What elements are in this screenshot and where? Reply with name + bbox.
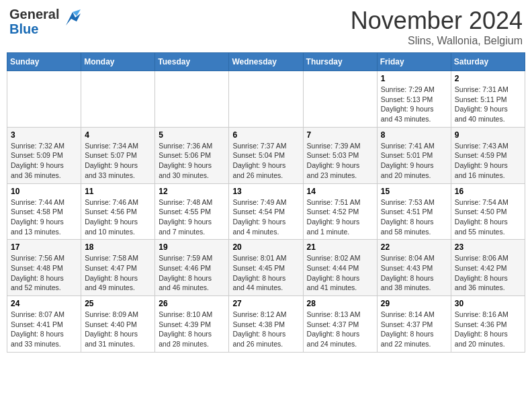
table-row: 30Sunrise: 8:16 AM Sunset: 4:36 PM Dayli… — [451, 296, 525, 353]
day-number: 21 — [307, 242, 373, 252]
col-monday: Monday — [81, 53, 155, 71]
table-row: 21Sunrise: 8:02 AM Sunset: 4:44 PM Dayli… — [303, 240, 377, 296]
day-info: Sunrise: 8:01 AM Sunset: 4:45 PM Dayligh… — [232, 253, 299, 293]
table-row: 9Sunrise: 7:43 AM Sunset: 4:59 PM Daylig… — [451, 127, 525, 183]
day-number: 17 — [11, 242, 77, 252]
logo-bird-icon — [62, 7, 83, 31]
calendar-week-2: 3Sunrise: 7:32 AM Sunset: 5:09 PM Daylig… — [7, 127, 525, 183]
col-friday: Friday — [377, 53, 451, 71]
day-number: 16 — [455, 187, 521, 196]
table-row: 8Sunrise: 7:41 AM Sunset: 5:01 PM Daylig… — [377, 127, 451, 183]
day-info: Sunrise: 8:16 AM Sunset: 4:36 PM Dayligh… — [455, 310, 521, 349]
table-row — [7, 71, 81, 128]
page-header: General Blue November 2024 Slins, Wallon… — [7, 7, 525, 47]
day-number: 28 — [307, 299, 373, 308]
table-row: 22Sunrise: 8:04 AM Sunset: 4:43 PM Dayli… — [377, 240, 451, 296]
table-row — [303, 71, 377, 128]
calendar-table: Sunday Monday Tuesday Wednesday Thursday… — [7, 52, 525, 353]
day-info: Sunrise: 7:54 AM Sunset: 4:50 PM Dayligh… — [455, 197, 521, 237]
month-title: November 2024 — [351, 7, 523, 35]
day-number: 25 — [85, 299, 151, 308]
day-number: 7 — [307, 130, 373, 140]
day-info: Sunrise: 7:46 AM Sunset: 4:56 PM Dayligh… — [85, 197, 151, 237]
day-number: 23 — [455, 242, 521, 252]
day-info: Sunrise: 7:39 AM Sunset: 5:03 PM Dayligh… — [307, 141, 373, 181]
table-row: 28Sunrise: 8:13 AM Sunset: 4:37 PM Dayli… — [303, 296, 377, 353]
table-row: 17Sunrise: 7:56 AM Sunset: 4:48 PM Dayli… — [7, 240, 81, 296]
day-number: 30 — [455, 299, 521, 308]
table-row: 29Sunrise: 8:14 AM Sunset: 4:37 PM Dayli… — [377, 296, 451, 353]
day-number: 27 — [232, 299, 299, 308]
calendar-week-4: 17Sunrise: 7:56 AM Sunset: 4:48 PM Dayli… — [7, 240, 525, 296]
table-row: 3Sunrise: 7:32 AM Sunset: 5:09 PM Daylig… — [7, 127, 81, 183]
day-number: 2 — [455, 74, 521, 83]
table-row: 11Sunrise: 7:46 AM Sunset: 4:56 PM Dayli… — [81, 183, 155, 240]
day-number: 6 — [232, 130, 299, 140]
table-row — [81, 71, 155, 128]
table-row: 10Sunrise: 7:44 AM Sunset: 4:58 PM Dayli… — [7, 183, 81, 240]
day-number: 14 — [307, 187, 373, 196]
table-row: 13Sunrise: 7:49 AM Sunset: 4:54 PM Dayli… — [229, 183, 303, 240]
day-number: 15 — [381, 187, 447, 196]
table-row: 18Sunrise: 7:58 AM Sunset: 4:47 PM Dayli… — [81, 240, 155, 296]
day-number: 10 — [11, 187, 77, 196]
day-number: 4 — [85, 130, 151, 140]
day-number: 20 — [232, 242, 299, 252]
table-row: 25Sunrise: 8:09 AM Sunset: 4:40 PM Dayli… — [81, 296, 155, 353]
table-row: 24Sunrise: 8:07 AM Sunset: 4:41 PM Dayli… — [7, 296, 81, 353]
col-saturday: Saturday — [451, 53, 525, 71]
day-info: Sunrise: 7:53 AM Sunset: 4:51 PM Dayligh… — [381, 197, 447, 237]
day-info: Sunrise: 8:04 AM Sunset: 4:43 PM Dayligh… — [381, 253, 447, 293]
day-number: 18 — [85, 242, 151, 252]
day-info: Sunrise: 7:34 AM Sunset: 5:07 PM Dayligh… — [85, 141, 151, 181]
day-info: Sunrise: 7:58 AM Sunset: 4:47 PM Dayligh… — [85, 253, 151, 293]
col-thursday: Thursday — [303, 53, 377, 71]
day-info: Sunrise: 7:44 AM Sunset: 4:58 PM Dayligh… — [11, 197, 77, 237]
calendar-week-5: 24Sunrise: 8:07 AM Sunset: 4:41 PM Dayli… — [7, 296, 525, 353]
day-number: 13 — [232, 187, 299, 196]
day-info: Sunrise: 8:12 AM Sunset: 4:38 PM Dayligh… — [232, 310, 299, 349]
day-info: Sunrise: 7:59 AM Sunset: 4:46 PM Dayligh… — [159, 253, 225, 293]
day-info: Sunrise: 8:02 AM Sunset: 4:44 PM Dayligh… — [307, 253, 373, 293]
day-number: 24 — [11, 299, 77, 308]
title-section: November 2024 Slins, Wallonia, Belgium — [351, 7, 523, 47]
table-row: 4Sunrise: 7:34 AM Sunset: 5:07 PM Daylig… — [81, 127, 155, 183]
svg-marker-0 — [66, 12, 81, 26]
day-number: 5 — [159, 130, 225, 140]
calendar-week-1: 1Sunrise: 7:29 AM Sunset: 5:13 PM Daylig… — [7, 71, 525, 128]
day-number: 8 — [381, 130, 447, 140]
table-row — [155, 71, 229, 128]
day-number: 9 — [455, 130, 521, 140]
table-row: 2Sunrise: 7:31 AM Sunset: 5:11 PM Daylig… — [451, 71, 525, 128]
day-info: Sunrise: 7:51 AM Sunset: 4:52 PM Dayligh… — [307, 197, 373, 237]
day-number: 22 — [381, 242, 447, 252]
day-info: Sunrise: 7:29 AM Sunset: 5:13 PM Dayligh… — [381, 85, 447, 124]
day-info: Sunrise: 8:13 AM Sunset: 4:37 PM Dayligh… — [307, 310, 373, 349]
calendar-week-3: 10Sunrise: 7:44 AM Sunset: 4:58 PM Dayli… — [7, 183, 525, 240]
day-number: 12 — [159, 187, 225, 196]
table-row: 27Sunrise: 8:12 AM Sunset: 4:38 PM Dayli… — [229, 296, 303, 353]
day-info: Sunrise: 8:07 AM Sunset: 4:41 PM Dayligh… — [11, 310, 77, 349]
table-row: 23Sunrise: 8:06 AM Sunset: 4:42 PM Dayli… — [451, 240, 525, 296]
table-row: 1Sunrise: 7:29 AM Sunset: 5:13 PM Daylig… — [377, 71, 451, 128]
day-info: Sunrise: 8:09 AM Sunset: 4:40 PM Dayligh… — [85, 310, 151, 349]
day-number: 1 — [381, 74, 447, 83]
table-row: 19Sunrise: 7:59 AM Sunset: 4:46 PM Dayli… — [155, 240, 229, 296]
col-wednesday: Wednesday — [229, 53, 303, 71]
table-row: 7Sunrise: 7:39 AM Sunset: 5:03 PM Daylig… — [303, 127, 377, 183]
table-row: 5Sunrise: 7:36 AM Sunset: 5:06 PM Daylig… — [155, 127, 229, 183]
day-info: Sunrise: 7:32 AM Sunset: 5:09 PM Dayligh… — [11, 141, 77, 181]
col-sunday: Sunday — [7, 53, 81, 71]
logo-blue-text: Blue — [9, 21, 59, 36]
table-row: 6Sunrise: 7:37 AM Sunset: 5:04 PM Daylig… — [229, 127, 303, 183]
day-number: 3 — [11, 130, 77, 140]
logo: General Blue — [9, 7, 83, 36]
table-row: 26Sunrise: 8:10 AM Sunset: 4:39 PM Dayli… — [155, 296, 229, 353]
col-tuesday: Tuesday — [155, 53, 229, 71]
day-info: Sunrise: 8:10 AM Sunset: 4:39 PM Dayligh… — [159, 310, 225, 349]
day-info: Sunrise: 7:56 AM Sunset: 4:48 PM Dayligh… — [11, 253, 77, 293]
day-info: Sunrise: 8:14 AM Sunset: 4:37 PM Dayligh… — [381, 310, 447, 349]
calendar-header-row: Sunday Monday Tuesday Wednesday Thursday… — [7, 53, 525, 71]
table-row — [229, 71, 303, 128]
table-row: 20Sunrise: 8:01 AM Sunset: 4:45 PM Dayli… — [229, 240, 303, 296]
